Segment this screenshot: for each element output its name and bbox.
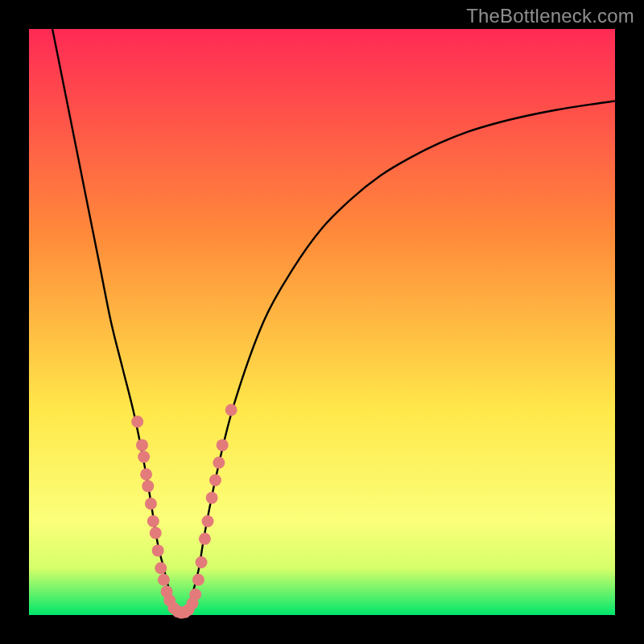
data-point — [138, 451, 150, 463]
chart-frame: TheBottleneck.com — [0, 0, 644, 644]
data-point — [131, 415, 143, 427]
data-point — [189, 588, 201, 601]
right-branch-path — [181, 101, 615, 615]
watermark-text: TheBottleneck.com — [466, 5, 634, 27]
data-point — [140, 469, 152, 481]
bottleneck-curve — [29, 29, 615, 615]
data-point — [199, 533, 211, 545]
data-point — [136, 439, 148, 451]
data-point — [155, 562, 167, 574]
data-point — [152, 544, 164, 556]
data-point — [147, 515, 159, 527]
data-point — [202, 515, 214, 527]
data-point — [209, 474, 221, 486]
data-point — [150, 527, 162, 539]
data-point — [196, 556, 208, 568]
data-point — [142, 480, 154, 492]
data-point — [217, 439, 229, 451]
data-point — [225, 404, 237, 416]
data-point — [206, 492, 218, 504]
data-point — [158, 574, 170, 586]
scatter-dots — [131, 404, 237, 619]
left-branch-path — [52, 29, 181, 615]
data-point — [213, 456, 225, 469]
data-point — [145, 497, 157, 510]
data-point — [192, 574, 204, 586]
